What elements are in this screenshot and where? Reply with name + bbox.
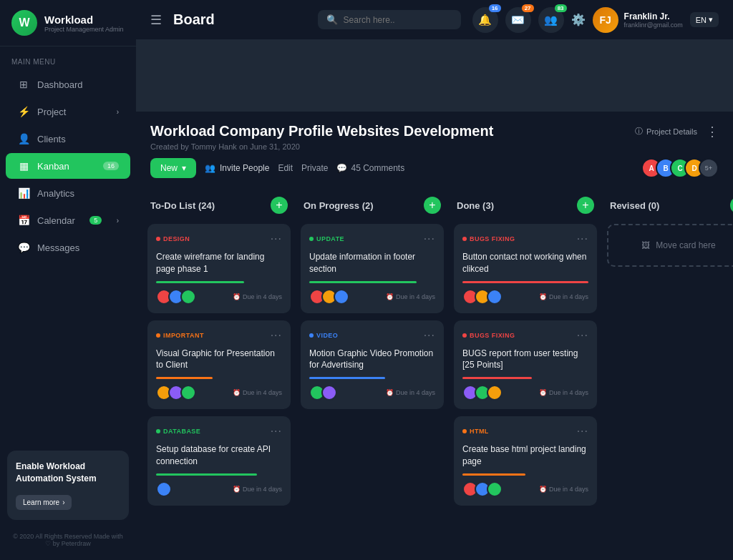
- column-title: To-Do List (24): [150, 200, 271, 211]
- card-more-button[interactable]: ···: [424, 232, 435, 245]
- user-info: Franklin Jr. franklinr@gmail.com: [624, 11, 683, 29]
- sidebar-item-label: Analytics: [37, 188, 74, 199]
- sidebar-item-calendar[interactable]: 📅 Calendar 5 ›: [6, 207, 130, 233]
- sidebar-item-analytics[interactable]: 📊 Analytics: [6, 180, 130, 206]
- tag-dot: [462, 429, 467, 433]
- new-button[interactable]: New ▾: [150, 158, 196, 178]
- clock-icon: ⏰: [539, 389, 547, 396]
- project-icon: ⚡: [17, 106, 30, 117]
- promo-title: Enable Workload Automation System: [16, 461, 120, 485]
- user-email: franklinr@gmail.com: [624, 21, 683, 29]
- task-card[interactable]: BUGS FIXING ··· Button contact not worki…: [454, 224, 597, 313]
- sidebar-section-label: Main Menu: [0, 46, 136, 70]
- sidebar-logo: W Workload Project Management Admin: [0, 0, 136, 46]
- tag-dot: [156, 333, 160, 338]
- add-card-button[interactable]: +: [424, 197, 441, 214]
- settings-icon[interactable]: ⚙️: [571, 13, 586, 26]
- clients-icon: 👤: [17, 133, 30, 144]
- info-icon: ⓘ: [635, 126, 643, 137]
- card-more-button[interactable]: ···: [424, 329, 435, 342]
- empty-card[interactable]: 🖼Move card here: [607, 224, 733, 267]
- add-card-button[interactable]: +: [577, 197, 594, 214]
- messages-button[interactable]: ✉️ 27: [505, 7, 531, 33]
- progress-bar: [309, 377, 385, 379]
- analytics-icon: 📊: [17, 187, 30, 199]
- mini-avatar: [156, 481, 172, 497]
- sidebar-item-clients[interactable]: 👤 Clients: [6, 126, 130, 152]
- project-more-button[interactable]: ⋮: [706, 124, 719, 139]
- card-footer: ⏰ Due in 4 days: [156, 385, 282, 401]
- sidebar-promo: Enable Workload Automation System Learn …: [7, 451, 129, 520]
- progress-bar: [462, 377, 532, 379]
- card-tag-row: Important ···: [156, 329, 282, 342]
- people-icon: 👥: [205, 163, 215, 173]
- sidebar-footer: © 2020 All Rights Reserved Made with ♡ b…: [0, 527, 136, 553]
- card-more-button[interactable]: ···: [577, 329, 588, 342]
- column-cards: BUGS FIXING ··· Button contact not worki…: [454, 224, 597, 553]
- add-card-button[interactable]: +: [730, 197, 733, 214]
- sidebar-item-label: Clients: [37, 134, 66, 144]
- progress-bar: [156, 473, 257, 476]
- card-more-button[interactable]: ···: [577, 425, 588, 438]
- private-button[interactable]: Private: [301, 163, 328, 173]
- notifications-bell-button[interactable]: 🔔 16: [472, 7, 498, 33]
- task-card[interactable]: BUGS FIXING ··· BUGS report from user te…: [454, 320, 597, 410]
- card-tag-row: Database ···: [156, 425, 282, 438]
- task-card[interactable]: HTML ··· Create base html project landin…: [454, 416, 597, 506]
- card-avatars: [462, 481, 503, 497]
- due-date: ⏰ Due in 4 days: [233, 293, 282, 300]
- messages-icon: 💬: [17, 242, 30, 253]
- card-title: Update information in footer section: [309, 251, 435, 275]
- card-more-button[interactable]: ···: [271, 232, 282, 245]
- card-more-button[interactable]: ···: [271, 425, 282, 438]
- topbar-icons: 🔔 16 ✉️ 27 👥 83 ⚙️ FJ Franklin Jr. frank…: [472, 7, 719, 33]
- card-footer: ⏰ Due in 4 days: [309, 385, 435, 401]
- menu-icon[interactable]: ☰: [150, 12, 162, 28]
- tag-dot: [156, 429, 160, 433]
- users-button[interactable]: 👥 83: [538, 7, 564, 33]
- project-details-button[interactable]: ⓘ Project Details: [635, 126, 697, 137]
- banner: [136, 40, 733, 112]
- progress-bar: [156, 377, 213, 379]
- card-title: Create base html project landing page: [462, 443, 588, 468]
- task-card[interactable]: Important ··· Visual Graphic for Present…: [147, 320, 291, 410]
- calendar-icon: 📅: [17, 215, 30, 226]
- sidebar-item-project[interactable]: ⚡ Project ›: [6, 99, 130, 124]
- card-more-button[interactable]: ···: [271, 329, 282, 342]
- mini-avatar: [180, 385, 196, 401]
- progress-bar: [309, 281, 417, 283]
- column-title: On Progress (2): [304, 200, 424, 211]
- tag-dot: [309, 237, 314, 241]
- sidebar-item-label: Dashboard: [37, 79, 83, 90]
- due-date: ⏰ Due in 4 days: [233, 486, 282, 493]
- card-footer: ⏰ Due in 4 days: [462, 385, 588, 401]
- project-actions: New ▾ 👥 Invite People Edit Private 💬 45 …: [150, 158, 719, 178]
- edit-button[interactable]: Edit: [278, 163, 293, 173]
- column-header-todo: To-Do List (24) +: [147, 192, 291, 218]
- language-button[interactable]: EN ▾: [690, 12, 719, 27]
- email-badge: 27: [522, 4, 534, 12]
- sidebar-item-messages[interactable]: 💬 Messages: [6, 235, 130, 260]
- card-footer: ⏰ Due in 4 days: [156, 481, 282, 497]
- task-card[interactable]: Database ··· Setup database for create A…: [147, 416, 291, 506]
- task-card[interactable]: Video ··· Motion Graphic Video Promotion…: [301, 320, 444, 410]
- invite-people-button[interactable]: 👥 Invite People: [205, 163, 269, 173]
- board-column-revised: Revised (0) + 🖼Move card here: [607, 192, 733, 553]
- sidebar-item-dashboard[interactable]: ⊞ Dashboard: [6, 72, 130, 97]
- task-card[interactable]: Design ··· Create wireframe for landing …: [147, 224, 291, 313]
- search-input[interactable]: [344, 15, 451, 25]
- sidebar-nav: ⊞ Dashboard ⚡ Project › 👤 Clients ▦ Kanb…: [0, 70, 136, 443]
- card-avatars: [462, 289, 503, 305]
- due-date: ⏰ Due in 4 days: [233, 389, 282, 396]
- kanban-icon: ▦: [17, 160, 30, 172]
- sidebar-item-kanban[interactable]: ▦ Kanban 16: [6, 153, 130, 179]
- add-card-button[interactable]: +: [271, 197, 288, 214]
- task-card[interactable]: UPDATE ··· Update information in footer …: [301, 224, 444, 313]
- card-more-button[interactable]: ···: [577, 232, 588, 245]
- search-box: 🔍: [318, 10, 461, 29]
- move-icon: 🖼: [641, 240, 650, 250]
- user-avatar[interactable]: FJ Franklin Jr. franklinr@gmail.com: [593, 7, 683, 33]
- comments-button[interactable]: 💬 45 Comments: [336, 163, 404, 173]
- learn-more-button[interactable]: Learn more ›: [16, 495, 72, 510]
- tag-dot: [309, 333, 314, 338]
